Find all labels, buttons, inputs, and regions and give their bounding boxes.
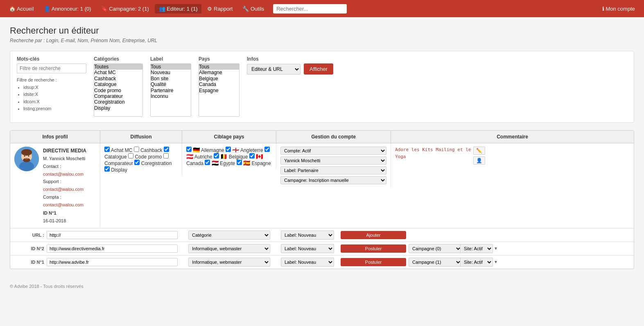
hint-idcom: idcom:X [23,98,86,106]
page-subtitle: Recherche par : Login, E-mail, Nom, Prén… [10,38,634,43]
url-row1-label-select[interactable]: Label: Nouveau Label: Bon site Label: Pa… [281,231,334,240]
url-row3-categorie[interactable]: Informatique, webmaster Catégorie [188,258,270,267]
url-row2-site[interactable]: Site: Actif Site: Inactif [460,244,493,253]
url-row2-site-arrow: ▼ [494,246,498,251]
hint-idsup: idsup:X [23,84,86,91]
filter-pays: Pays Tous Allemagne Belgique Canada Espa… [199,56,240,117]
ciblage-pays-cell: 🇩🇪 Allemagne 🏴󠁧󠁢󠁥󠁮󠁧󠁿 Angleterre 🇦🇹 Autri… [182,143,276,170]
contact-email[interactable]: contact@walou.com [43,172,84,177]
url-row3-label-select[interactable]: Label: Nouveau Label: Bon site Label: Pa… [281,258,334,267]
svg-point-1 [19,161,34,171]
url-row1-label: URL : [14,233,44,238]
nav-annonceur[interactable]: 👤 Annonceur: 1 (0) [40,4,95,14]
url-row3-campagne[interactable]: Campagne (1) Campagne (0) [409,258,462,267]
url-row1-input[interactable] [47,231,178,239]
hint-listing: listing:prenom [23,105,86,113]
header-commentaire: Commentaire [391,131,634,143]
diff-cashback[interactable]: Cashback [134,147,163,153]
url-row3-site-arrow: ▼ [494,260,498,264]
nav-outils[interactable]: 🔧 Outils [238,4,268,14]
header-diffusion: Diffusion [100,131,182,143]
url-row3-input[interactable] [47,258,178,266]
filter-label: Label Tous Nouveau Bon site Qualité Part… [150,56,191,117]
url-row2-label: ID N°2 [14,246,44,251]
filter-mots-cles: Mots-clés Filtre de recherche : idsup:X … [17,56,86,113]
postuler-button-2[interactable]: Postuler [341,244,406,253]
gestion-list: Compte: Actif Compte: Inactif Compte: Su… [280,147,386,184]
hint-idsite: idsite:X [23,91,86,98]
nav-editeur[interactable]: 👥 Editeur: 1 (1) [155,4,202,14]
diffusion-list: Achat MC Cashback Catalogue Code promo C… [104,147,178,173]
pays-espagne[interactable]: 🇪🇸 Espagne [237,161,271,166]
header-gestion-compte: Gestion du compte [276,131,391,143]
comment-edit-button[interactable]: ✏️ [473,147,485,155]
person-name: M. Yannick Moschetti [43,155,96,163]
ajouter-button[interactable]: Ajouter [341,231,406,239]
compta-line: Compta : contact@walou.com [43,193,96,208]
svg-point-3 [21,149,32,156]
nav-mon-compte[interactable]: ℹ Mon compte [598,4,639,14]
url-row2-campagne[interactable]: Campagne (0) Campagne (1) [409,244,462,253]
diff-code-promo[interactable]: Code promo [128,154,162,160]
support-line: Support : contact@walou.com [43,178,96,193]
url-row-2: ID N°2 Informatique, webmaster Catégorie… [10,242,634,256]
company-name: DIRECTIVE MEDIA [43,147,96,155]
nav-rapport[interactable]: ⚙ Rapport [203,4,237,14]
pays-allemagne[interactable]: 🇩🇪 Allemagne [186,147,224,153]
diff-display[interactable]: Display [104,167,127,173]
comment-user-button[interactable]: 👤 [473,156,485,165]
results-table: Infos profil Diffusion Ciblage pays Gest… [10,130,634,269]
pays-egypte[interactable]: 🇪🇬 Egypte [205,161,235,166]
categories-select[interactable]: Toutes Achat MC Cashback Catalogue Code … [94,63,143,117]
table-row: DIRECTIVE MEDIA M. Yannick Moschetti Con… [10,143,634,229]
url-row3-site[interactable]: Site: Actif Site: Inactif [460,258,493,267]
main-content: Rechercher un éditeur Recherche par : Lo… [0,17,644,277]
profile-cell: DIRECTIVE MEDIA M. Yannick Moschetti Con… [10,143,100,228]
navbar: 🏠 Accueil 👤 Annonceur: 1 (0) 🔖 Campagne:… [0,0,644,17]
afficher-button[interactable]: Afficher [304,63,333,75]
url-row3-label: ID N°1 [14,260,44,265]
support-email[interactable]: contact@walou.com [43,187,84,192]
footer-text: © Advibe 2018 - Tous droits réservés [10,284,84,289]
diff-coregistration[interactable]: Coregistration [134,161,172,166]
filter-hints: Filtre de recherche : idsup:X idsite:X i… [17,77,86,113]
svg-point-6 [28,156,29,157]
svg-point-5 [24,156,25,157]
filter-categories: Catégories Toutes Achat MC Cashback Cata… [94,56,143,117]
user-select[interactable]: Yannick Moschetti [280,156,386,165]
label-label: Label [150,56,191,62]
footer: © Advibe 2018 - Tous droits réservés [0,277,644,295]
label-select[interactable]: Tous Nouveau Bon site Qualité Partenaire… [150,63,191,117]
url-row2-label-select[interactable]: Label: Nouveau Label: Bon site Label: Pa… [281,244,334,253]
url-row1-categorie[interactable]: Catégorie Informatique, webmaster [188,231,270,240]
nav-campagne[interactable]: 🔖 Campagne: 2 (1) [97,4,153,14]
infos-select[interactable]: Editeur & URL Editeur seulement URL seul… [247,64,301,75]
url-row2-input[interactable] [47,244,178,253]
infos-label: Infos [247,56,333,62]
pays-angleterre[interactable]: 🏴󠁧󠁢󠁥󠁮󠁧󠁿 Angleterre [226,147,263,153]
pays-select[interactable]: Tous Allemagne Belgique Canada Espagne [199,63,240,117]
campagne-gestion-select[interactable]: Campagne: Inscription manuelle Campagne:… [280,176,386,184]
compte-select[interactable]: Compte: Actif Compte: Inactif Compte: Su… [280,147,386,155]
comment-text: Adore les Kits Mailing et le Yoga [395,147,471,160]
categories-label: Catégories [94,56,143,62]
compta-email[interactable]: contact@walou.com [43,202,84,207]
postuler-button-3[interactable]: Postuler [341,258,406,266]
gestion-cell: Compte: Actif Compte: Inactif Compte: Su… [276,143,391,188]
mots-cles-input[interactable] [17,63,86,73]
nav-search-input[interactable] [273,4,347,14]
diff-achat-mc[interactable]: Achat MC [104,147,132,153]
profile-id: ID N°1 [43,209,96,217]
url-row2-categorie[interactable]: Informatique, webmaster Catégorie [188,244,270,253]
mots-cles-label: Mots-clés [17,56,86,62]
filter-infos: Infos Editeur & URL Editeur seulement UR… [247,56,333,75]
pays-list: 🇩🇪 Allemagne 🏴󠁧󠁢󠁥󠁮󠁧󠁿 Angleterre 🇦🇹 Autri… [186,147,272,166]
commentaire-cell: Adore les Kits Mailing et le Yoga ✏️ 👤 [391,143,634,168]
label-gestion-select[interactable]: Label: Partenaire Label: Nouveau Label: … [280,166,386,174]
nav-accueil[interactable]: 🏠 Accueil [5,4,38,14]
results-header: Infos profil Diffusion Ciblage pays Gest… [10,131,634,143]
pays-belgique[interactable]: 🇧🇪 Belgique [214,154,248,160]
page-title: Rechercher un éditeur [10,25,634,36]
avatar [14,147,39,171]
header-infos-profil: Infos profil [10,131,100,143]
